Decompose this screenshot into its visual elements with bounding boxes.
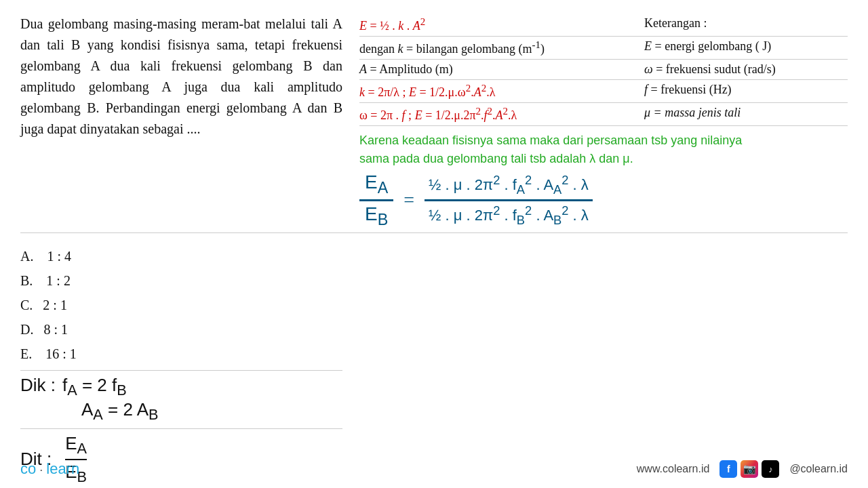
answer-B: B. 1 : 2 xyxy=(20,268,342,293)
formula-omega-f: ω = 2π . f ; E = 1/2.μ.2π2.f2.A2.λ xyxy=(359,106,644,123)
dit-section: Dit : EA EB xyxy=(20,433,342,486)
formula-energy: E = ½ . k . A2 xyxy=(359,16,644,33)
main-container: Dua gelombang masing-masing meram-bat me… xyxy=(0,0,868,488)
footer-right: www.colearn.id f 📷 ♪ @colearn.id xyxy=(637,460,848,478)
answers-dik-column: A. 1 : 4 B. 1 : 2 C. 2 : 1 D. 8 : 1 E. 1… xyxy=(20,237,353,486)
ea-eb-lhs: EA EB xyxy=(359,171,393,228)
dik-fa: fA = 2 fB xyxy=(62,375,127,399)
ea-numerator: EA xyxy=(359,171,393,201)
formula-k-lambda: k = 2π/λ ; E = 1/2.μ.ω2.A2.λ xyxy=(359,83,644,100)
footer: co · learn www.colearn.id f 📷 ♪ @colearn… xyxy=(20,460,848,478)
formula-section: E = ½ . k . A2 Keterangan : dengan k = b… xyxy=(359,14,848,126)
section-divider-2 xyxy=(20,370,342,371)
right-spacer xyxy=(353,237,848,486)
formula-a-desc: A = Amplitudo (m) xyxy=(359,62,644,77)
eb-denominator: EB xyxy=(359,201,393,229)
explanation-line2: sama pada dua gelombang tali tsb adalah … xyxy=(359,150,848,168)
answer-E: E. 16 : 1 xyxy=(20,342,342,366)
formula-e-desc: E = energi gelombang ( J) xyxy=(644,39,771,54)
answer-A: A. 1 : 4 xyxy=(20,244,342,268)
social-icons: f 📷 ♪ xyxy=(719,460,779,478)
rhs-denominator: ½ . μ . 2π2 . fB2 . AB2 . λ xyxy=(425,201,593,228)
logo-learn: learn xyxy=(46,460,79,477)
formula-row-5: ω = 2π . f ; E = 1/2.μ.2π2.f2.A2.λ μ = m… xyxy=(359,103,848,126)
answer-D: D. 8 : 1 xyxy=(20,317,342,342)
social-handle: @colearn.id xyxy=(789,463,848,475)
website-url: www.colearn.id xyxy=(637,463,710,475)
dik-aa: AA = 2 AB xyxy=(81,399,342,424)
formula-row-3: A = Amplitudo (m) ω = frekuensi sudut (r… xyxy=(359,60,848,80)
tiktok-icon: ♪ xyxy=(762,460,779,478)
logo-dot: · xyxy=(36,463,46,476)
formula-f-desc: f = frekuensi (Hz) xyxy=(644,83,732,97)
answers-dik-row: A. 1 : 4 B. 1 : 2 C. 2 : 1 D. 8 : 1 E. 1… xyxy=(20,237,848,486)
rhs-fraction: ½ . μ . 2π2 . fA2 . AA2 . λ ½ . μ . 2π2 … xyxy=(425,173,593,227)
facebook-icon: f xyxy=(719,460,737,478)
explanation-line1: Karena keadaan fisisnya sama maka dari p… xyxy=(359,131,848,150)
equals-sign: = xyxy=(403,189,414,211)
question-text: Dua gelombang masing-masing meram-bat me… xyxy=(20,14,353,228)
dit-fraction: EA EB xyxy=(65,433,87,486)
formula-row-2: dengan k = bilangan gelombang (m-1) E = … xyxy=(359,37,848,60)
section-divider-1 xyxy=(20,232,848,233)
section-divider-3 xyxy=(20,428,342,429)
colearn-logo: co · learn xyxy=(20,460,79,478)
ea-eb-fraction-row: EA EB = ½ . μ . 2π2 . fA2 . AA2 . λ ½ . … xyxy=(359,171,848,228)
answers-section: A. 1 : 4 B. 1 : 2 C. 2 : 1 D. 8 : 1 E. 1… xyxy=(20,244,342,366)
dik-section: Dik : fA = 2 fB AA = 2 AB xyxy=(20,375,342,424)
dik-label-row: Dik : fA = 2 fB xyxy=(20,375,342,399)
dit-ea: EA xyxy=(65,433,87,460)
formula-k-desc: dengan k = bilangan gelombang (m-1) xyxy=(359,39,644,56)
dik-label: Dik : xyxy=(20,375,56,396)
formula-omega-desc: ω = frekuensi sudut (rad/s) xyxy=(644,62,776,77)
instagram-icon: 📷 xyxy=(741,460,758,478)
right-panel: E = ½ . k . A2 Keterangan : dengan k = b… xyxy=(353,14,848,228)
explanation-section: Karena keadaan fisisnya sama maka dari p… xyxy=(359,129,848,228)
top-section: Dua gelombang masing-masing meram-bat me… xyxy=(20,14,848,228)
formula-row-4: k = 2π/λ ; E = 1/2.μ.ω2.A2.λ f = frekuen… xyxy=(359,80,848,103)
question-body: Dua gelombang masing-masing meram-bat me… xyxy=(20,16,342,136)
rhs-numerator: ½ . μ . 2π2 . fA2 . AA2 . λ xyxy=(425,173,593,201)
logo-co: co xyxy=(20,460,36,477)
answer-C: C. 2 : 1 xyxy=(20,293,342,317)
formula-row-1: E = ½ . k . A2 Keterangan : xyxy=(359,14,848,37)
formula-mu-desc: μ = massa jenis tali xyxy=(644,106,741,120)
keterangan-header: Keterangan : xyxy=(644,16,707,30)
